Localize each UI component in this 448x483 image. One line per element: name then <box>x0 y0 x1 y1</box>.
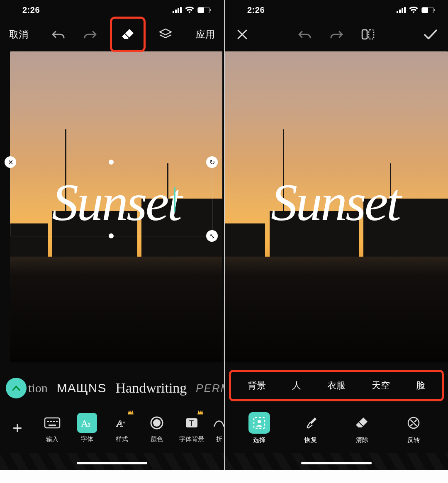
svg-rect-2 <box>50 421 52 422</box>
chip-background[interactable]: 背景 <box>240 376 273 395</box>
scale-handle[interactable]: ⤡ <box>206 230 218 242</box>
battery-icon <box>421 7 434 13</box>
svg-text:A: A <box>116 418 123 429</box>
text-cursor <box>174 187 175 212</box>
status-icons <box>173 7 210 13</box>
tool-erase[interactable]: 清除 <box>348 412 377 444</box>
undo-button[interactable] <box>47 23 70 46</box>
tab-input[interactable]: 输入 <box>35 413 70 443</box>
add-button[interactable]: + <box>0 419 35 437</box>
tool-restore[interactable]: 恢复 <box>296 412 325 444</box>
page-footer-strip <box>0 470 448 483</box>
compare-button[interactable] <box>356 23 380 46</box>
auto-select-chips: 背景 人 衣服 天空 脸 <box>229 370 444 401</box>
tab-bend[interactable]: 折 <box>209 413 224 443</box>
tab-color[interactable]: 颜色 <box>139 413 174 443</box>
cellular-icon <box>397 7 406 13</box>
expand-fonts-button[interactable] <box>6 378 27 398</box>
wifi-icon <box>185 7 194 13</box>
top-toolbar: 取消 应用 <box>0 20 224 49</box>
status-icons <box>397 7 434 13</box>
tool-label: 反转 <box>407 436 420 444</box>
confirm-button[interactable] <box>419 23 442 46</box>
bend-icon <box>213 417 224 429</box>
top-toolbar <box>225 20 448 49</box>
text-selection-box[interactable]: ✕ ↻ ⤡ <box>10 162 212 236</box>
resize-top-handle[interactable] <box>109 160 114 165</box>
font-option[interactable]: MAЩNS <box>57 381 107 395</box>
svg-rect-5 <box>49 425 56 426</box>
svg-rect-0 <box>45 418 60 428</box>
font-option[interactable]: Handwriting <box>115 380 187 396</box>
font-picker-row[interactable]: tion MAЩNS Handwriting PERMAN <box>0 371 224 405</box>
svg-rect-1 <box>47 421 49 422</box>
apply-button[interactable]: 应用 <box>192 28 218 41</box>
rotate-handle[interactable]: ↻ <box>206 156 218 168</box>
font-option[interactable]: PERMAN <box>196 382 224 395</box>
svg-text:+: + <box>123 420 125 425</box>
font-option[interactable]: tion <box>28 381 48 395</box>
right-pane: 2:26 <box>224 0 448 470</box>
textbg-icon: T <box>184 417 199 429</box>
svg-point-11 <box>153 419 161 427</box>
font-icon: Aa <box>80 417 94 429</box>
tab-label: 字体背景 <box>179 435 204 443</box>
decorative-pattern <box>0 453 224 470</box>
clock: 2:26 <box>22 5 40 15</box>
layers-button[interactable] <box>154 23 177 46</box>
undo-button[interactable] <box>293 23 317 46</box>
tool-select[interactable]: 选择 <box>245 412 274 444</box>
svg-rect-4 <box>56 421 58 422</box>
tab-text-bg[interactable]: T 字体背景 <box>174 413 209 443</box>
status-bar: 2:26 <box>225 0 448 20</box>
chip-person[interactable]: 人 <box>285 376 309 395</box>
clock: 2:26 <box>247 5 265 15</box>
tab-font[interactable]: Aa 字体 <box>70 413 105 443</box>
chip-face[interactable]: 脸 <box>409 376 433 395</box>
redo-button[interactable] <box>78 23 102 46</box>
left-pane: 2:26 取消 <box>0 0 224 470</box>
svg-rect-3 <box>53 421 55 422</box>
cancel-button[interactable]: 取消 <box>6 28 32 41</box>
eraser-button[interactable] <box>116 23 139 46</box>
invert-icon <box>407 416 421 430</box>
tool-label: 清除 <box>356 436 368 444</box>
close-button[interactable] <box>231 23 254 46</box>
tab-label: 折 <box>216 435 222 443</box>
text-tool-tabs: + 输入 Aa 字体 A+ 样式 颜色 T 字体背景 <box>0 405 224 450</box>
keyboard-icon <box>44 417 61 429</box>
select-icon <box>252 416 266 430</box>
svg-rect-15 <box>369 30 374 39</box>
redo-button[interactable] <box>325 23 348 46</box>
tab-label: 样式 <box>116 435 128 443</box>
svg-point-17 <box>258 420 261 423</box>
svg-text:T: T <box>189 419 194 427</box>
svg-text:a: a <box>88 421 90 428</box>
tab-label: 输入 <box>46 435 58 443</box>
chip-clothes[interactable]: 衣服 <box>320 376 353 395</box>
wifi-icon <box>409 7 418 13</box>
editing-canvas[interactable]: Sunset <box>225 51 448 362</box>
eraser-highlight <box>110 17 146 52</box>
text-overlay: Sunset <box>225 176 448 229</box>
cellular-icon <box>173 7 182 13</box>
battery-icon <box>197 7 210 13</box>
brush-icon <box>304 416 317 430</box>
home-indicator[interactable] <box>77 462 147 464</box>
svg-rect-14 <box>362 30 367 39</box>
resize-bottom-handle[interactable] <box>109 233 114 238</box>
delete-handle[interactable]: ✕ <box>5 156 16 168</box>
color-icon <box>150 416 164 430</box>
tool-label: 选择 <box>253 436 265 444</box>
chip-sky[interactable]: 天空 <box>364 376 397 395</box>
decorative-pattern <box>225 453 448 470</box>
eraser-tool-tabs: 选择 恢复 清除 反转 <box>225 405 448 450</box>
tool-label: 恢复 <box>304 436 317 444</box>
tool-invert[interactable]: 反转 <box>399 412 428 444</box>
tab-label: 颜色 <box>151 435 163 443</box>
tab-label: 字体 <box>81 435 93 443</box>
tab-style[interactable]: A+ 样式 <box>105 413 139 443</box>
home-indicator[interactable] <box>301 462 372 464</box>
style-icon: A+ <box>115 417 129 429</box>
eraser-icon <box>355 417 369 429</box>
